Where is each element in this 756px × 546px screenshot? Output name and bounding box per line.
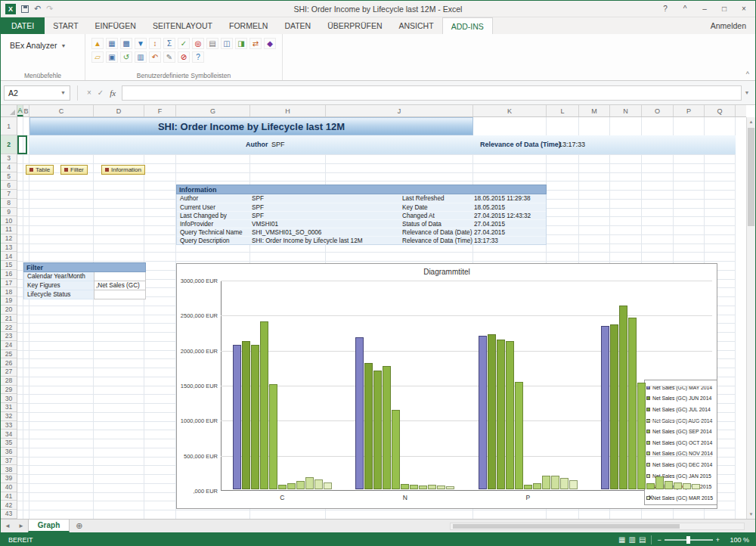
ribbon-tab-formeln[interactable]: FORMELN (221, 17, 276, 34)
row-header-41[interactable]: 41 (1, 492, 17, 501)
row-header-31[interactable]: 31 (1, 403, 17, 412)
row-header-23[interactable]: 23 (1, 332, 17, 341)
column-header-h[interactable]: H (250, 105, 326, 116)
save-icon[interactable] (21, 5, 29, 13)
row-header-40[interactable]: 40 (1, 483, 17, 492)
column-header-q[interactable]: Q (705, 105, 736, 116)
bex-filter-icon[interactable]: ▼ (135, 38, 147, 49)
normal-view-icon[interactable]: ▦ (618, 535, 625, 544)
row-header-27[interactable]: 27 (1, 368, 17, 377)
ribbon-tab-seitenlayout[interactable]: SEITENLAYOUT (144, 17, 221, 34)
row-header-4[interactable]: 4 (1, 163, 17, 172)
bex-table-icon[interactable]: ▦ (106, 38, 118, 49)
zoom-slider-thumb[interactable] (686, 536, 690, 544)
row-header-12[interactable]: 12 (1, 234, 17, 244)
enter-entry-icon[interactable]: ✓ (98, 88, 104, 97)
table-button[interactable]: Table (26, 165, 54, 175)
row-header-3[interactable]: 3 (1, 154, 17, 163)
ribbon-tab-datei[interactable]: DATEI (1, 17, 45, 34)
row-header-39[interactable]: 39 (1, 474, 17, 483)
maximize-icon[interactable]: □ (714, 2, 734, 17)
row-header-15[interactable]: 15 (1, 261, 17, 270)
select-all-corner[interactable] (1, 105, 17, 117)
cancel-entry-icon[interactable]: × (87, 88, 91, 97)
vertical-scrollbar[interactable]: ▲ ▼ (746, 117, 755, 519)
row-header-36[interactable]: 36 (1, 448, 17, 457)
bex-open-icon[interactable]: ▱ (91, 51, 104, 63)
row-header-25[interactable]: 25 (1, 350, 17, 359)
column-header-g[interactable]: G (176, 105, 250, 116)
row-header-8[interactable]: 8 (1, 199, 17, 208)
page-break-view-icon[interactable]: ▤ (639, 535, 646, 544)
row-header-14[interactable]: 14 (1, 252, 17, 261)
bex-sum-icon[interactable]: Σ (163, 38, 175, 49)
zoom-level[interactable]: 100 % (725, 536, 749, 544)
column-header-c[interactable]: C (29, 105, 94, 116)
row-header-24[interactable]: 24 (1, 341, 17, 350)
bex-layout-icon[interactable]: ▤ (206, 38, 218, 49)
column-header-a[interactable]: A (17, 105, 23, 116)
row-header-13[interactable]: 13 (1, 244, 17, 253)
name-box-splitter[interactable] (70, 85, 78, 101)
ribbon-tab--berpr-fen[interactable]: ÜBERPRÜFEN (319, 17, 390, 34)
column-header-j[interactable]: J (326, 105, 473, 116)
column-header-p[interactable]: P (674, 105, 705, 116)
ribbon-display-options-icon[interactable]: ^ (675, 2, 695, 17)
insert-function-icon[interactable]: fx (110, 88, 116, 98)
row-header-37[interactable]: 37 (1, 457, 17, 466)
zoom-out-icon[interactable]: − (657, 536, 661, 544)
column-header-f[interactable]: F (144, 105, 176, 116)
scroll-down-icon[interactable]: ▼ (747, 510, 755, 519)
filter-value[interactable]: ,Net Sales (GC) (94, 281, 146, 290)
row-header-33[interactable]: 33 (1, 421, 17, 430)
bex-warning-icon[interactable]: ▲ (91, 38, 104, 49)
name-box[interactable]: A2 ▼ (4, 85, 70, 101)
bex-variables-icon[interactable]: ▥ (135, 51, 147, 63)
formula-input[interactable] (122, 85, 742, 101)
column-header-n[interactable]: N (610, 105, 642, 116)
zoom-slider[interactable] (665, 539, 713, 541)
row-header-28[interactable]: 28 (1, 377, 17, 386)
ribbon-tab-start[interactable]: START (45, 17, 86, 34)
row-header-21[interactable]: 21 (1, 315, 17, 324)
row-header-29[interactable]: 29 (1, 386, 17, 395)
bex-target-icon[interactable]: ◎ (192, 38, 204, 49)
bex-help-icon[interactable]: ? (192, 51, 204, 63)
row-header-22[interactable]: 22 (1, 323, 17, 332)
ribbon-tab-einf-gen[interactable]: EINFÜGEN (87, 17, 144, 34)
bex-chart-switch-icon[interactable]: ◨ (235, 38, 247, 49)
page-layout-view-icon[interactable]: ▥ (629, 535, 636, 544)
bex-pin-icon[interactable]: ◆ (264, 38, 276, 49)
sign-in-link[interactable]: Anmelden (711, 17, 755, 34)
column-header-d[interactable]: D (94, 105, 144, 116)
bex-back-icon[interactable]: ↶ (149, 51, 161, 63)
excel-logo-icon[interactable]: X (5, 4, 16, 14)
sheet-tab-graph[interactable]: Graph (28, 520, 70, 532)
row-header-30[interactable]: 30 (1, 394, 17, 403)
column-header-k[interactable]: K (473, 105, 547, 116)
row-header-38[interactable]: 38 (1, 465, 17, 474)
row-header-10[interactable]: 10 (1, 216, 17, 225)
column-header-o[interactable]: O (642, 105, 674, 116)
filter-value[interactable] (94, 290, 146, 299)
row-header-42[interactable]: 42 (1, 501, 17, 510)
row-header-32[interactable]: 32 (1, 412, 17, 421)
row-header-20[interactable]: 20 (1, 306, 17, 315)
next-sheet-icon[interactable]: ► (14, 520, 28, 532)
redo-icon[interactable]: ↷ (46, 5, 53, 13)
horizontal-scrollbar[interactable] (450, 523, 745, 530)
horizontal-scroll-thumb[interactable] (453, 524, 680, 529)
bex-save-icon[interactable]: ▣ (106, 51, 118, 63)
row-header-6[interactable]: 6 (1, 181, 17, 190)
bex-check-icon[interactable]: ✓ (178, 38, 190, 49)
row-header-5[interactable]: 5 (1, 172, 17, 181)
previous-sheet-icon[interactable]: ◄ (1, 520, 14, 532)
row-header-11[interactable]: 11 (1, 225, 17, 234)
bar-chart[interactable]: Diagrammtitel Net Sales (GC) MAY 2014Net… (176, 263, 717, 509)
row-header-34[interactable]: 34 (1, 430, 17, 439)
row-header-17[interactable]: 17 (1, 279, 17, 288)
bex-split-icon[interactable]: ◫ (221, 38, 233, 49)
row-header-18[interactable]: 18 (1, 287, 17, 296)
column-header-l[interactable]: L (547, 105, 579, 116)
bex-convert-icon[interactable]: ⇄ (249, 38, 262, 49)
